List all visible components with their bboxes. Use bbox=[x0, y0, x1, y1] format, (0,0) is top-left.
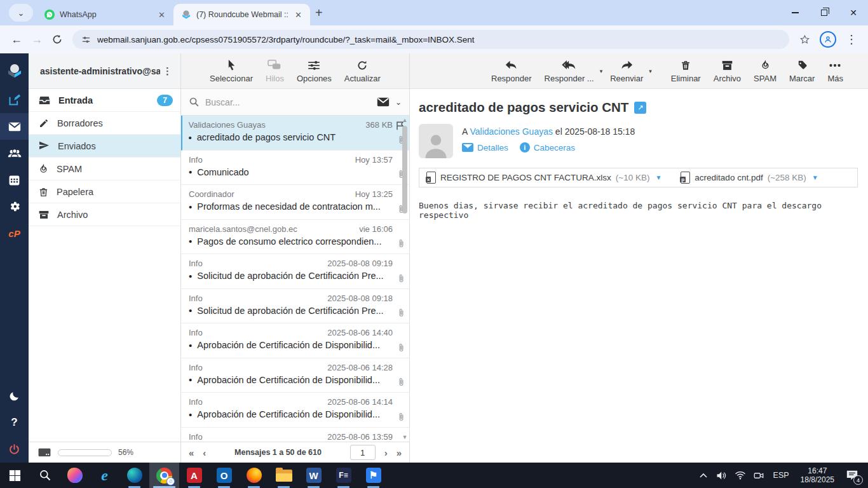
attachment-pdf[interactable]: p acreditado cnt.pdf (~258 KB) ▼ bbox=[681, 172, 818, 184]
folder-borradores[interactable]: Borradores bbox=[29, 112, 180, 135]
browser-menu-icon[interactable]: ⋮ bbox=[841, 29, 862, 50]
clock[interactable]: 16:47 18/8/2025 bbox=[797, 466, 838, 484]
tab-search-button[interactable]: ⌄ bbox=[9, 4, 33, 22]
url-text: webmail.sanjuan.gob.ec/cpsess0751905572/… bbox=[97, 35, 475, 44]
site-settings-icon[interactable] bbox=[81, 35, 91, 44]
next-page-icon[interactable]: › bbox=[384, 447, 388, 458]
list-item[interactable]: CoordinadorHoy 13:25 •Proformas de neces… bbox=[181, 185, 409, 220]
disk-icon bbox=[37, 447, 51, 458]
logout-power-icon[interactable] bbox=[0, 436, 29, 463]
folder-papelera[interactable]: Papelera bbox=[29, 180, 180, 203]
attachment-xlsx[interactable]: x REGISTRO DE PAGOS CNT FACTURA.xlsx (~1… bbox=[426, 172, 661, 184]
profile-avatar[interactable] bbox=[820, 31, 836, 48]
dark-mode-moon-icon[interactable] bbox=[0, 383, 29, 409]
folder-entrada[interactable]: Entrada 7 bbox=[29, 89, 180, 112]
tab-label: WhatsApp bbox=[60, 10, 151, 19]
list-item[interactable]: Validaciones Guayas368 KB •acreditado de… bbox=[181, 116, 409, 151]
forticlient-icon[interactable]: F≡ bbox=[329, 463, 358, 488]
list-item[interactable]: Info2025-08-06 13:59 bbox=[181, 428, 409, 442]
list-item[interactable]: Info2025-08-06 14:28 •Aprobación de Cert… bbox=[181, 358, 409, 393]
reply-all-dropdown-icon[interactable]: ▾ bbox=[600, 68, 603, 74]
volume-icon[interactable] bbox=[715, 471, 729, 480]
chrome-icon[interactable]: ☺ bbox=[149, 463, 179, 488]
folder-archivo[interactable]: Archivo bbox=[29, 203, 180, 226]
wifi-icon[interactable] bbox=[733, 471, 747, 480]
list-item[interactable]: Info2025-08-08 09:19 •Solicitud de aprob… bbox=[181, 254, 409, 289]
folder-spam[interactable]: SPAM bbox=[29, 158, 180, 180]
settings-gear-icon[interactable] bbox=[0, 193, 29, 220]
language-indicator[interactable]: ESP bbox=[770, 471, 792, 480]
help-icon[interactable]: ? bbox=[0, 409, 29, 436]
prev-page-icon[interactable]: ‹ bbox=[203, 447, 206, 458]
recipient-link[interactable]: Validaciones Guayas bbox=[470, 126, 552, 137]
notification-center-icon[interactable]: 4 bbox=[843, 470, 862, 481]
window-close-button[interactable]: ✕ bbox=[839, 0, 868, 25]
archive-button[interactable]: Archivo bbox=[709, 59, 746, 83]
attachment-menu-icon[interactable]: ▼ bbox=[655, 174, 661, 181]
headers-link[interactable]: iCabeceras bbox=[520, 142, 575, 152]
search-scope-mail-icon[interactable] bbox=[377, 97, 390, 107]
firefox-icon[interactable] bbox=[239, 463, 269, 488]
calendar-nav-icon[interactable] bbox=[0, 166, 29, 193]
blue-f-app-icon[interactable]: ⚑ bbox=[358, 463, 388, 488]
acrobat-icon[interactable]: A bbox=[179, 463, 209, 488]
last-page-icon[interactable]: » bbox=[397, 447, 402, 458]
tab-close-icon[interactable]: ✕ bbox=[293, 10, 304, 20]
options-button[interactable]: Opciones bbox=[292, 59, 337, 83]
bookmark-star-icon[interactable] bbox=[794, 29, 815, 50]
meet-now-icon[interactable] bbox=[752, 471, 766, 480]
address-bar[interactable]: webmail.sanjuan.gob.ec/cpsess0751905572/… bbox=[72, 30, 789, 49]
tab-close-icon[interactable]: ✕ bbox=[156, 10, 167, 20]
contacts-nav-icon[interactable] bbox=[0, 140, 29, 166]
threads-button[interactable]: Hilos bbox=[261, 59, 289, 83]
account-menu-icon[interactable]: ⋮ bbox=[160, 65, 175, 77]
reply-all-button[interactable]: Responder ... bbox=[539, 59, 599, 83]
reload-icon[interactable] bbox=[47, 29, 67, 50]
list-item[interactable]: maricela.santos@cnel.gob.ecvie 16:06 •Pa… bbox=[181, 220, 409, 255]
tab-roundcube[interactable]: (7) Roundcube Webmail :: Envia ✕ bbox=[173, 4, 310, 25]
list-item[interactable]: Info2025-08-08 09:18 •Solicitud de aprob… bbox=[181, 289, 409, 324]
attachment-menu-icon[interactable]: ▼ bbox=[812, 174, 818, 181]
window-minimize-button[interactable] bbox=[780, 0, 810, 25]
more-button[interactable]: ••• Más bbox=[822, 59, 848, 83]
list-item[interactable]: Info2025-08-06 14:40 •Aprobación de Cert… bbox=[181, 323, 409, 358]
compose-button[interactable] bbox=[0, 86, 29, 113]
first-page-icon[interactable]: « bbox=[189, 447, 194, 458]
select-button[interactable]: Seleccionar bbox=[205, 59, 258, 83]
pagination-bar: « ‹ Mensajes 1 a 50 de 610 › » bbox=[181, 442, 409, 463]
window-restore-button[interactable] bbox=[810, 0, 839, 25]
search-input[interactable] bbox=[205, 97, 371, 107]
mail-nav-icon[interactable] bbox=[0, 113, 29, 140]
list-item[interactable]: Info2025-08-06 14:14 •Aprobación de Cert… bbox=[181, 393, 409, 428]
delete-button[interactable]: Eliminar bbox=[666, 59, 706, 83]
folder-enviados[interactable]: Enviados bbox=[29, 135, 180, 158]
new-tab-button[interactable]: + bbox=[315, 6, 323, 20]
word-icon[interactable]: W bbox=[299, 463, 329, 488]
reply-button[interactable]: Responder bbox=[486, 59, 537, 83]
start-button[interactable] bbox=[0, 463, 30, 488]
taskbar-search-icon[interactable] bbox=[30, 463, 60, 488]
cpanel-icon[interactable]: cP bbox=[0, 220, 29, 247]
outlook-icon[interactable]: O bbox=[209, 463, 239, 488]
internet-explorer-icon[interactable]: e bbox=[90, 463, 119, 488]
tab-whatsapp[interactable]: WhatsApp ✕ bbox=[37, 4, 173, 25]
spam-button[interactable]: SPAM bbox=[749, 59, 782, 83]
list-scrollbar[interactable]: ▲ ▼ bbox=[401, 117, 409, 440]
file-explorer-icon[interactable] bbox=[269, 463, 299, 488]
forward-dropdown-icon[interactable]: ▾ bbox=[649, 68, 652, 74]
open-in-new-window-icon[interactable]: ↗ bbox=[634, 102, 646, 114]
back-icon[interactable]: ← bbox=[6, 29, 27, 50]
trash-icon bbox=[681, 59, 691, 72]
edge-icon[interactable] bbox=[119, 463, 149, 488]
mark-button[interactable]: Marcar bbox=[784, 59, 820, 83]
forward-icon[interactable]: → bbox=[27, 29, 47, 50]
search-options-chevron-icon[interactable]: ⌄ bbox=[395, 98, 402, 107]
forward-button[interactable]: Reenviar bbox=[605, 59, 648, 83]
tray-chevron-icon[interactable] bbox=[696, 473, 710, 478]
copilot-icon[interactable] bbox=[60, 463, 90, 488]
scrollbar-thumb[interactable] bbox=[402, 126, 407, 214]
list-item[interactable]: InfoHoy 13:57 •Comunicado bbox=[181, 151, 409, 186]
refresh-button[interactable]: Actualizar bbox=[339, 59, 386, 83]
page-input[interactable] bbox=[350, 445, 376, 460]
details-link[interactable]: Detalles bbox=[462, 143, 508, 152]
